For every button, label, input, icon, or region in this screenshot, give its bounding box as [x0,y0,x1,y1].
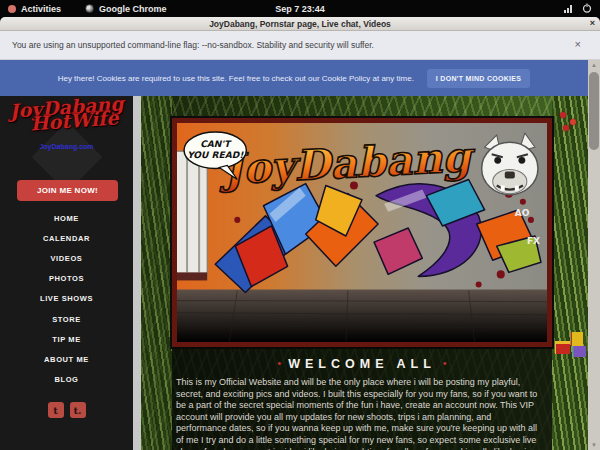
page-viewport: JoyDabang HotWife JoyDabang.com JOIN ME … [0,96,600,450]
sidebar-menu-item[interactable]: CALENDAR [0,228,133,248]
sidebar-menu-item[interactable]: BLOG [0,370,133,390]
cookie-accept-button[interactable]: I DON'T MIND COOKIES [427,69,530,88]
bulldog-graffiti [482,133,538,195]
jungle-strip-right [552,96,588,450]
clock[interactable]: Sep 7 23:44 [0,4,600,14]
sidebar-menu-item[interactable]: LIVE SHOWS [0,289,133,309]
graffiti-art: JoyDabang CAN'T YOU READ! [177,123,547,342]
social-icons-row: tt. [0,402,133,418]
scrollbar-up-icon[interactable]: ▲ [588,60,600,70]
gift-boxes-decor [553,329,593,365]
cookie-bar: Hey there! Cookies are required to use t… [0,60,588,96]
screen: Activities Google Chrome Sep 7 23:44 Joy… [0,0,600,450]
window-title-bar: JoyDabang, Pornstar page, Live chat, Vid… [0,17,600,31]
red-flowers-decor [560,112,586,134]
jungle-strip-left [141,96,172,450]
welcome-paragraph: This is my Official Website and will be … [176,377,538,450]
sidebar-menu-item[interactable]: PHOTOS [0,269,133,289]
sidebar-menu-item[interactable]: ABOUT ME [0,349,133,369]
sidebar-scrollbar[interactable] [133,96,141,450]
browser-scrollbar[interactable]: ▲ ▼ [588,60,600,450]
gnome-top-bar: Activities Google Chrome Sep 7 23:44 [0,0,600,17]
sidebar-menu-item[interactable]: HOME [0,208,133,228]
window-title: JoyDabang, Pornstar page, Live chat, Vid… [209,19,391,29]
heading-dot-right: • [443,357,447,369]
warning-text: You are using an unsupported command-lin… [0,40,374,50]
cookie-message: Hey there! Cookies are required to use t… [58,74,414,83]
warning-close-icon[interactable]: × [575,38,581,50]
welcome-heading: WELCOME ALL [288,357,436,371]
social-icon[interactable]: t. [70,402,86,418]
hero-image: JoyDabang CAN'T YOU READ! [172,118,552,347]
social-icon[interactable]: t [48,402,64,418]
truck-decor [177,151,207,280]
chrome-warning-bar: You are using an unsupported command-lin… [0,31,600,60]
window-close-icon[interactable]: × [590,18,595,28]
sidebar: JoyDabang HotWife JoyDabang.com JOIN ME … [0,96,133,450]
scrollbar-down-icon[interactable]: ▼ [588,440,600,450]
sidebar-menu-item[interactable]: VIDEOS [0,248,133,268]
join-me-now-button[interactable]: JOIN ME NOW! [17,180,118,201]
sidebar-menu: HOMECALENDARVIDEOSPHOTOSLIVE SHOWSSTORET… [0,208,133,390]
scrollbar-thumb[interactable] [589,72,599,150]
sidebar-menu-item[interactable]: TIP ME [0,329,133,349]
logo-link[interactable]: JoyDabang.com [0,143,133,150]
power-icon[interactable] [582,3,592,15]
cookie-policy-link[interactable]: Cookie Policy [322,74,370,83]
svg-text:YOU READ!: YOU READ! [187,150,244,160]
tag-fx: FX [527,236,540,246]
welcome-heading-row: •WELCOME ALL• [172,354,552,372]
site-logo[interactable]: JoyDabang HotWife [0,98,133,131]
svg-text:CAN'T: CAN'T [200,139,232,149]
heading-dot-left: • [277,357,281,369]
tag-ao: AO [515,208,530,218]
sidebar-menu-item[interactable]: STORE [0,309,133,329]
network-icon[interactable] [564,5,572,13]
